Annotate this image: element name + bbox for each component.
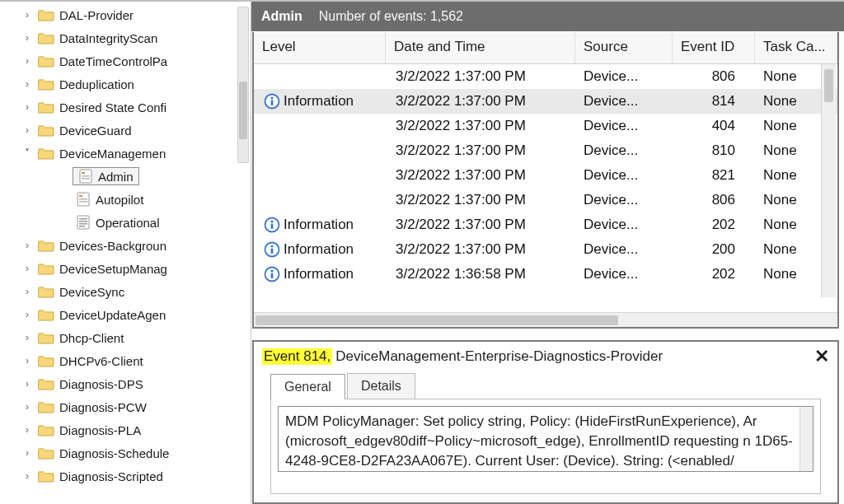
folder-icon	[38, 377, 54, 390]
folder-icon	[38, 100, 54, 114]
cell-eventid: 200	[673, 241, 755, 258]
cell-level	[256, 68, 387, 85]
cell-eventid: 202	[673, 217, 755, 233]
table-row[interactable]: Information3/2/2022 1:37:00 PMDevice...2…	[254, 212, 837, 237]
tree-item[interactable]: ›DeviceUpdateAgen	[0, 303, 251, 326]
chevron-icon[interactable]: ›	[21, 55, 33, 67]
grid-body[interactable]: 3/2/2022 1:37:00 PMDevice...806NoneInfor…	[254, 64, 837, 312]
table-row[interactable]: 3/2/2022 1:37:00 PMDevice...806None	[254, 64, 837, 89]
log-icon	[78, 169, 93, 184]
event-provider: DeviceManagement-Enterprise-Diagnostics-…	[335, 348, 663, 365]
col-level[interactable]: Level	[254, 32, 386, 63]
col-date[interactable]: Date and Time	[386, 32, 575, 63]
tree-item[interactable]: ›Diagnosis-DPS	[0, 372, 251, 395]
col-eventid[interactable]: Event ID	[673, 32, 755, 63]
tree-item-label: DeviceUpdateAgen	[59, 308, 166, 322]
table-row[interactable]: Information3/2/2022 1:37:00 PMDevice...2…	[254, 237, 837, 262]
tree-item[interactable]: ›Dhcp-Client	[0, 326, 251, 349]
cell-date: 3/2/2022 1:37:00 PM	[387, 68, 575, 85]
tree-item[interactable]: ›Diagnosis-PCW	[0, 395, 251, 418]
chevron-icon[interactable]: ›	[21, 240, 33, 251]
chevron-icon[interactable]: ›	[21, 424, 33, 436]
chevron-icon[interactable]: ›	[21, 309, 33, 320]
chevron-icon[interactable]: ›	[21, 32, 33, 44]
folder-icon	[38, 423, 54, 436]
tree-item[interactable]: Admin	[0, 165, 251, 188]
tree-item-label: Operational	[96, 216, 160, 230]
grid-header[interactable]: Level Date and Time Source Event ID Task…	[254, 32, 837, 64]
tree-item[interactable]: ›DeviceSetupManag	[0, 257, 251, 280]
tree-item[interactable]: ›Deduplication	[0, 72, 251, 96]
cell-date: 3/2/2022 1:37:00 PM	[387, 93, 575, 110]
tree-item[interactable]: ›Desired State Confi	[0, 96, 251, 119]
col-task[interactable]: Task Ca...	[755, 32, 837, 63]
table-row[interactable]: 3/2/2022 1:37:00 PMDevice...810None	[254, 138, 837, 163]
tree-item[interactable]: ›Diagnosis-PLA	[0, 418, 251, 441]
log-icon	[76, 192, 91, 207]
tree-item[interactable]: ›DAL-Provider	[0, 3, 251, 26]
folder-icon	[38, 77, 54, 91]
chevron-icon[interactable]: ›	[21, 332, 33, 343]
message-scrollbar[interactable]	[799, 407, 813, 471]
chevron-icon[interactable]: ›	[21, 355, 33, 366]
close-icon[interactable]: ✕	[814, 349, 829, 364]
table-row[interactable]: Information3/2/2022 1:36:58 PMDevice...2…	[254, 262, 837, 287]
tree-item[interactable]: ›DeviceGuard	[0, 119, 251, 142]
tab-general-body: MDM PolicyManager: Set policy string, Po…	[270, 399, 821, 494]
cell-eventid: 806	[673, 68, 755, 85]
chevron-icon[interactable]: ›	[21, 447, 33, 459]
folder-icon	[38, 262, 54, 275]
log-tree[interactable]: ›DAL-Provider›DataIntegrityScan›DateTime…	[0, 3, 251, 502]
tree-item[interactable]: ›DateTimeControlPa	[0, 49, 251, 72]
table-row[interactable]: Information3/2/2022 1:37:00 PMDevice...8…	[254, 89, 837, 114]
tree-item[interactable]: ›Diagnosis-Schedule	[0, 441, 251, 464]
cell-date: 3/2/2022 1:36:58 PM	[387, 266, 575, 282]
tree-item[interactable]: Autopilot	[0, 188, 251, 211]
blank-icon	[264, 192, 280, 208]
chevron-icon[interactable]: ›	[21, 101, 33, 113]
chevron-icon[interactable]: ›	[21, 124, 33, 136]
table-row[interactable]: 3/2/2022 1:37:00 PMDevice...821None	[254, 163, 837, 188]
tree-item[interactable]: Operational	[0, 211, 251, 234]
main-panel: Admin Number of events: 1,562 Level Date…	[251, 2, 844, 504]
table-row[interactable]: 3/2/2022 1:37:00 PMDevice...404None	[254, 114, 837, 138]
cell-level	[256, 192, 387, 208]
tree-item-label: DAL-Provider	[59, 8, 134, 22]
tree-item-label: DHCPv6-Client	[59, 354, 143, 368]
tab-details[interactable]: Details	[347, 373, 415, 399]
chevron-icon[interactable]: ˅	[21, 147, 33, 159]
cell-date: 3/2/2022 1:37:00 PM	[387, 241, 575, 258]
tree-item[interactable]: ˅DeviceManagemen	[0, 142, 251, 165]
chevron-icon[interactable]: ›	[21, 263, 33, 274]
event-message[interactable]: MDM PolicyManager: Set policy string, Po…	[278, 406, 814, 472]
events-grid: Level Date and Time Source Event ID Task…	[252, 32, 839, 329]
chevron-icon[interactable]: ›	[21, 286, 33, 297]
grid-vscrollbar[interactable]	[821, 64, 836, 297]
tree-item[interactable]: ›DHCPv6-Client	[0, 349, 251, 372]
tree-item[interactable]: ›DeviceSync	[0, 280, 251, 303]
tab-general[interactable]: General	[270, 374, 345, 399]
folder-icon	[38, 446, 54, 460]
chevron-icon[interactable]: ›	[21, 78, 33, 90]
folder-icon	[38, 469, 54, 483]
tree-item[interactable]: ›Devices-Backgroun	[0, 234, 251, 257]
cell-date: 3/2/2022 1:37:00 PM	[387, 142, 575, 159]
folder-icon	[38, 8, 54, 21]
cell-eventid: 810	[673, 142, 755, 159]
info-icon	[264, 241, 280, 258]
chevron-icon[interactable]: ›	[21, 401, 33, 413]
chevron-icon[interactable]: ›	[21, 470, 33, 482]
folder-icon	[38, 285, 54, 298]
grid-hscrollbar[interactable]	[254, 312, 837, 327]
folder-icon	[38, 354, 54, 367]
tree-item[interactable]: ›DataIntegrityScan	[0, 26, 251, 49]
chevron-icon[interactable]: ›	[21, 378, 33, 390]
info-icon	[264, 266, 280, 282]
tree-item[interactable]: ›Diagnosis-Scripted	[0, 464, 251, 488]
tree-item-label: DeviceSetupManag	[59, 262, 167, 276]
chevron-icon[interactable]: ›	[21, 9, 33, 21]
tree-panel: ›DAL-Provider›DataIntegrityScan›DateTime…	[0, 2, 251, 504]
tree-scrollbar[interactable]	[237, 7, 249, 163]
col-source[interactable]: Source	[575, 32, 673, 63]
table-row[interactable]: 3/2/2022 1:37:00 PMDevice...806None	[254, 188, 837, 212]
